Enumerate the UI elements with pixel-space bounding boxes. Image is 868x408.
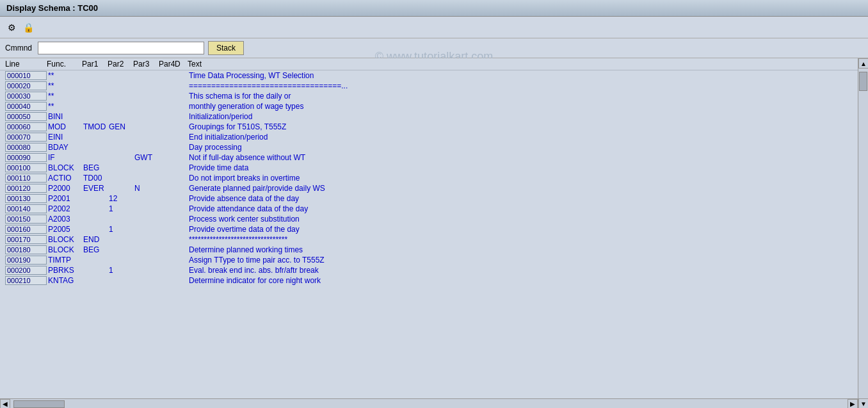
cell-par4 <box>160 153 176 162</box>
cell-par2 <box>109 215 134 224</box>
scroll-left-button[interactable]: ◀ <box>0 399 10 409</box>
cell-line: 000040 <box>5 102 47 111</box>
cell-par1 <box>83 204 109 213</box>
stack-button[interactable]: Stack <box>208 41 244 55</box>
cell-line: 000200 <box>5 266 47 275</box>
cell-d <box>176 256 189 265</box>
cell-line: 000170 <box>5 235 47 244</box>
cell-par2 <box>109 92 134 101</box>
table-row[interactable]: 000010 ** Time Data Processing, WT Selec… <box>0 70 868 81</box>
cell-text: Process work center substitution <box>189 215 863 224</box>
cell-par2: GEN <box>109 122 134 131</box>
table-row[interactable]: 000110 ACTIO TD00 Do not import breaks i… <box>0 173 868 183</box>
cell-d <box>176 112 189 121</box>
cell-func: BLOCK <box>48 163 83 172</box>
cell-line: 000130 <box>5 194 47 203</box>
cell-d <box>176 71 189 80</box>
table-row[interactable]: 000030 ** This schema is for the daily o… <box>0 91 868 101</box>
cell-par4 <box>160 122 176 131</box>
title-bar: Display Schema : TC00 <box>0 0 868 17</box>
cell-par2 <box>109 102 134 111</box>
header-text: Text <box>188 60 863 69</box>
table-row[interactable]: 000200 PBRKS 1 Eval. break end inc. abs.… <box>0 265 868 275</box>
cell-d <box>176 92 189 101</box>
cell-func: EINI <box>48 133 83 142</box>
cell-line: 000100 <box>5 163 47 172</box>
table-row[interactable]: 000190 TIMTP Assign TType to time pair a… <box>0 255 868 265</box>
cell-text: Not if full-day absence without WT <box>189 153 863 162</box>
horizontal-scrollbar[interactable]: ◀ ▶ <box>0 398 858 408</box>
cell-line: 000010 <box>5 71 47 80</box>
table-row[interactable]: 000210 KNTAG Determine indicator for cor… <box>0 275 868 286</box>
cell-par4 <box>160 204 176 213</box>
cell-func: ** <box>48 71 83 80</box>
vertical-scrollbar[interactable]: ▲ ▼ <box>858 58 868 408</box>
cell-line: 000150 <box>5 215 47 224</box>
cell-par4 <box>160 112 176 121</box>
cell-d <box>176 174 189 183</box>
cell-func: ACTIO <box>48 174 83 183</box>
scroll-thumb[interactable] <box>859 72 867 91</box>
header-par3: Par3 <box>133 60 159 69</box>
table-row[interactable]: 000170 BLOCK END ***********************… <box>0 234 868 245</box>
cell-func: P2000 <box>48 184 83 193</box>
table-row[interactable]: 000060 MOD TMOD GEN Groupings for T510S,… <box>0 122 868 132</box>
cell-par3 <box>134 122 160 131</box>
table-row[interactable]: 000150 A2003 Process work center substit… <box>0 214 868 224</box>
table-row[interactable]: 000180 BLOCK BEG Determine planned worki… <box>0 245 868 255</box>
cell-par3 <box>134 163 160 172</box>
cell-text: Assign TType to time pair acc. to T555Z <box>189 256 863 265</box>
table-row[interactable]: 000050 BINI Initialization/period <box>0 111 868 122</box>
cell-par1 <box>83 194 109 203</box>
cell-par3 <box>134 266 160 275</box>
table-row[interactable]: 000020 ** ==============================… <box>0 81 868 91</box>
scroll-up-button[interactable]: ▲ <box>858 58 868 69</box>
lock-icon[interactable]: 🔒 <box>22 21 35 34</box>
table-body: 000010 ** Time Data Processing, WT Selec… <box>0 70 868 286</box>
cell-func: ** <box>48 92 83 101</box>
cell-par3 <box>134 204 160 213</box>
table-row[interactable]: 000040 ** monthly generation of wage typ… <box>0 101 868 111</box>
cell-par2: 1 <box>109 225 134 234</box>
cell-par3 <box>134 133 160 142</box>
scroll-right-button[interactable]: ▶ <box>848 399 858 409</box>
table-row[interactable]: 000130 P2001 12 Provide absence data of … <box>0 193 868 204</box>
cell-text: Provide absence data of the day <box>189 194 863 203</box>
cell-par3 <box>134 92 160 101</box>
table-row[interactable]: 000090 IF GWT Not if full-day absence wi… <box>0 152 868 163</box>
cell-par1 <box>83 276 109 285</box>
cell-par4 <box>160 133 176 142</box>
cell-func: P2001 <box>48 194 83 203</box>
command-input[interactable] <box>38 42 204 54</box>
cell-par4 <box>160 174 176 183</box>
cell-d <box>176 133 189 142</box>
table-row[interactable]: 000070 EINI End initialization/period <box>0 132 868 142</box>
cell-line: 000110 <box>5 174 47 183</box>
cell-par1 <box>83 81 109 90</box>
cell-line: 000210 <box>5 276 47 285</box>
cell-par2 <box>109 245 134 254</box>
cell-func: P2002 <box>48 204 83 213</box>
cell-text: Day processing <box>189 143 863 152</box>
bottom-scroll-thumb[interactable] <box>13 400 65 408</box>
cell-par1 <box>83 225 109 234</box>
cell-func: PBRKS <box>48 266 83 275</box>
cell-text: Generate planned pair/provide daily WS <box>189 184 863 193</box>
cell-par2 <box>109 256 134 265</box>
cell-par3 <box>134 215 160 224</box>
cell-func: BINI <box>48 112 83 121</box>
table-row[interactable]: 000160 P2005 1 Provide overtime data of … <box>0 224 868 234</box>
header-func: Func. <box>47 60 82 69</box>
table-row[interactable]: 000120 P2000 EVER N Generate planned pai… <box>0 183 868 193</box>
table-row[interactable]: 000080 BDAY Day processing <box>0 142 868 152</box>
table-row[interactable]: 000100 BLOCK BEG Provide time data <box>0 163 868 173</box>
scroll-down-button[interactable]: ▼ <box>858 398 868 408</box>
title-text: Display Schema : TC00 <box>6 3 98 13</box>
settings-icon[interactable]: ⚙ <box>5 21 18 34</box>
table-row[interactable]: 000140 P2002 1 Provide attendance data o… <box>0 204 868 214</box>
cell-par2 <box>109 276 134 285</box>
cell-text: This schema is for the daily or <box>189 92 863 101</box>
cell-par2 <box>109 143 134 152</box>
cell-text: monthly generation of wage types <box>189 102 863 111</box>
cell-text: ==================================... <box>189 81 863 90</box>
